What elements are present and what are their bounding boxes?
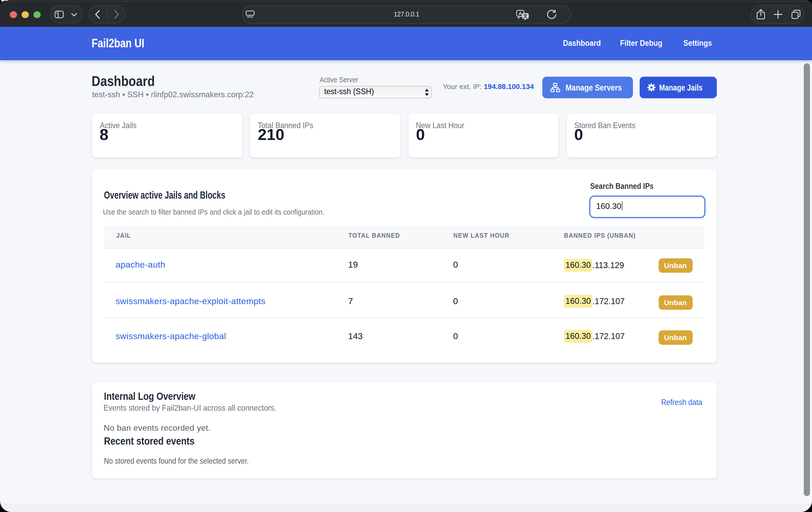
svg-text:文: 文	[523, 13, 528, 18]
svg-text:A: A	[518, 10, 522, 16]
